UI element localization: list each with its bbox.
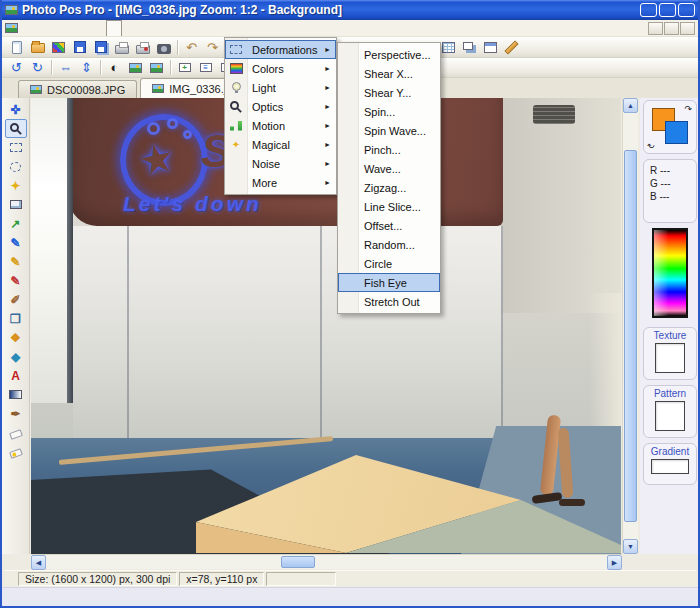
menu-help[interactable] bbox=[192, 20, 206, 36]
submenu-item-spin[interactable]: Spin... bbox=[338, 102, 440, 121]
scroll-down-button[interactable]: ▼ bbox=[623, 539, 638, 554]
gradient-tool[interactable] bbox=[5, 385, 27, 404]
save-as-button[interactable] bbox=[90, 38, 111, 56]
paintbrush-tool[interactable]: ✎ bbox=[5, 233, 27, 252]
submenu-item-perspective[interactable]: Perspective... bbox=[338, 45, 440, 64]
print-preview-button[interactable] bbox=[132, 38, 153, 56]
title-bar[interactable]: Photo Pos Pro - [IMG_0336.jpg Zoom: 1:2 … bbox=[2, 0, 698, 20]
line-tool[interactable]: ↗ bbox=[5, 214, 27, 233]
effects-item-noise[interactable]: Noise ► bbox=[225, 154, 336, 173]
image-browser-button[interactable] bbox=[48, 38, 69, 56]
magic-wand-tool[interactable]: ✦ bbox=[5, 176, 27, 195]
smudge-tool[interactable]: ✐ bbox=[5, 290, 27, 309]
color-eraser-tool[interactable] bbox=[5, 442, 27, 461]
submenu-item-shear-y[interactable]: Shear Y... bbox=[338, 83, 440, 102]
submenu-item-shear-x[interactable]: Shear X... bbox=[338, 64, 440, 83]
color-adjust-button[interactable] bbox=[125, 59, 146, 77]
gradient-swatch[interactable] bbox=[651, 459, 689, 474]
menu-view[interactable] bbox=[50, 20, 64, 36]
submenu-item-circle[interactable]: Circle bbox=[338, 254, 440, 273]
shapes-tool[interactable]: ❖ bbox=[5, 328, 27, 347]
submenu-item-pinch[interactable]: Pinch... bbox=[338, 140, 440, 159]
redo-button[interactable]: ↷ bbox=[202, 38, 223, 56]
vertical-scroll-thumb[interactable] bbox=[624, 150, 637, 522]
effects-item-optics[interactable]: Optics ► bbox=[225, 97, 336, 116]
undo-button[interactable]: ↶ bbox=[181, 38, 202, 56]
new-button[interactable] bbox=[6, 38, 27, 56]
print-button[interactable] bbox=[111, 38, 132, 56]
duplicate-layer-button[interactable]: ≡ bbox=[195, 59, 216, 77]
restore-document-button[interactable] bbox=[664, 22, 679, 35]
menu-colors[interactable] bbox=[78, 20, 92, 36]
grid-view-button[interactable] bbox=[438, 38, 459, 56]
lasso-select-tool[interactable] bbox=[5, 157, 27, 176]
horizontal-scrollbar[interactable]: ◀ ▶ bbox=[31, 554, 622, 569]
color-spectrum-picker[interactable] bbox=[652, 228, 688, 318]
menu-image[interactable] bbox=[64, 20, 78, 36]
menu-effects[interactable] bbox=[106, 20, 122, 36]
color-balance-button[interactable] bbox=[146, 59, 167, 77]
submenu-item-offset[interactable]: Offset... bbox=[338, 216, 440, 235]
menu-selections[interactable] bbox=[136, 20, 150, 36]
close-document-button[interactable] bbox=[680, 22, 695, 35]
menu-filters[interactable] bbox=[92, 20, 106, 36]
measure-button[interactable] bbox=[501, 38, 522, 56]
pattern-swatch[interactable] bbox=[655, 401, 685, 431]
menu-free-stuff[interactable] bbox=[178, 20, 192, 36]
close-button[interactable] bbox=[678, 3, 695, 17]
minimize-button[interactable] bbox=[640, 3, 657, 17]
move-tool[interactable]: ✜ bbox=[5, 100, 27, 119]
zoom-tool[interactable] bbox=[5, 119, 27, 138]
pattern-brush-tool[interactable]: ✎ bbox=[5, 271, 27, 290]
submenu-item-random[interactable]: Random... bbox=[338, 235, 440, 254]
effects-item-light[interactable]: Light ► bbox=[225, 78, 336, 97]
effects-item-colors[interactable]: Colors ► bbox=[225, 59, 336, 78]
crop-tool[interactable] bbox=[5, 195, 27, 214]
menu-edit[interactable] bbox=[36, 20, 50, 36]
new-layer-button[interactable]: + bbox=[174, 59, 195, 77]
horizontal-scroll-thumb[interactable] bbox=[281, 556, 315, 568]
menu-window[interactable] bbox=[164, 20, 178, 36]
open-button[interactable] bbox=[27, 38, 48, 56]
scroll-up-button[interactable]: ▲ bbox=[623, 98, 638, 113]
maximize-button[interactable] bbox=[659, 3, 676, 17]
menu-layers-objects[interactable] bbox=[122, 20, 136, 36]
artistic-brush-tool[interactable]: ✎ bbox=[5, 252, 27, 271]
submenu-item-line-slice[interactable]: Line Slice... bbox=[338, 197, 440, 216]
text-tool[interactable]: A bbox=[5, 366, 27, 385]
swap-colors-icon[interactable]: ↷ bbox=[647, 140, 655, 149]
flip-horizontal-button[interactable]: ⇔ bbox=[55, 59, 76, 77]
save-button[interactable] bbox=[69, 38, 90, 56]
menu-file[interactable] bbox=[22, 20, 36, 36]
minimize-document-button[interactable] bbox=[648, 22, 663, 35]
submenu-item-zigzag[interactable]: Zigzag... bbox=[338, 178, 440, 197]
submenu-item-fish-eye[interactable]: Fish Eye bbox=[338, 273, 440, 292]
scroll-left-button[interactable]: ◀ bbox=[31, 555, 46, 570]
fit-window-button[interactable] bbox=[480, 38, 501, 56]
submenu-item-wave[interactable]: Wave... bbox=[338, 159, 440, 178]
airbrush-tool[interactable]: ✒ bbox=[5, 404, 27, 423]
effects-item-motion[interactable]: Motion ► bbox=[225, 116, 336, 135]
fill-tool[interactable]: ◆ bbox=[5, 347, 27, 366]
eraser-tool[interactable] bbox=[5, 423, 27, 442]
rotate-right-button[interactable]: ↻ bbox=[27, 59, 48, 77]
swap-colors-icon[interactable]: ↷ bbox=[684, 105, 692, 114]
scroll-right-button[interactable]: ▶ bbox=[607, 555, 622, 570]
effects-item-deformations[interactable]: Deformations ► bbox=[225, 40, 336, 59]
clone-stamp-tool[interactable]: ❐ bbox=[5, 309, 27, 328]
rect-select-tool[interactable] bbox=[5, 138, 27, 157]
submenu-item-stretch-out[interactable]: Stretch Out bbox=[338, 292, 440, 311]
background-color-swatch[interactable] bbox=[665, 121, 688, 144]
rotate-left-button[interactable]: ↺ bbox=[6, 59, 27, 77]
vertical-scrollbar[interactable]: ▲ ▼ bbox=[622, 98, 638, 554]
submenu-item-spin-wave[interactable]: Spin Wave... bbox=[338, 121, 440, 140]
flip-vertical-button[interactable]: ⇕ bbox=[76, 59, 97, 77]
screen-capture-button[interactable] bbox=[153, 38, 174, 56]
canvas-size-button[interactable] bbox=[459, 38, 480, 56]
tab-dsc00098[interactable]: DSC00098.JPG bbox=[18, 80, 137, 98]
effects-item-more[interactable]: More ► bbox=[225, 173, 336, 192]
threshold-button[interactable]: ◐ bbox=[104, 59, 125, 77]
effects-item-magical[interactable]: ✦ Magical ► bbox=[225, 135, 336, 154]
menu-tools[interactable] bbox=[150, 20, 164, 36]
texture-swatch[interactable] bbox=[655, 343, 685, 373]
